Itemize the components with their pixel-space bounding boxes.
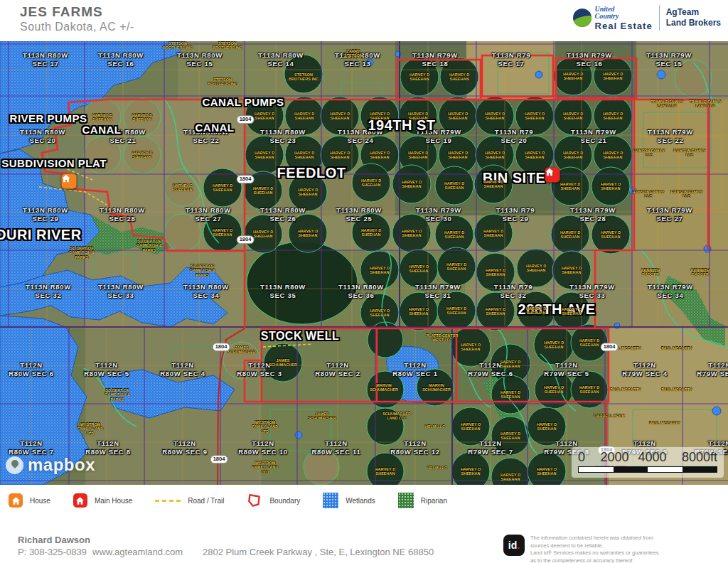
township-label: T112N <box>392 361 438 370</box>
mapbox-logo[interactable]: mapbox <box>6 455 95 475</box>
section-label: T112NR80W SEC 1 <box>392 361 438 379</box>
section-label: T113N R80WSEC 23 <box>260 128 306 146</box>
main-house-marker <box>545 168 560 183</box>
township-label: T113N R79 <box>494 283 532 291</box>
owner-label: HELM LLC <box>419 424 451 429</box>
poi-label: CANAL PUMPS <box>202 96 284 108</box>
uc-word-country: Country <box>595 13 653 20</box>
section-number: SEC 23 <box>260 136 306 145</box>
mapbox-wordmark: mapbox <box>28 455 95 475</box>
section-label: T112NR80W SEC 5 <box>84 361 129 379</box>
owner-label: HANSON FAMILY LLC <box>632 190 665 199</box>
owner-label: HARVEY D SHEEHAN <box>363 151 396 160</box>
township-label: T113N R80W <box>23 51 68 60</box>
township-label: T113N R80W <box>186 206 231 215</box>
poi-label: FEEDLOT <box>277 165 346 181</box>
scale-number-8000: 8000ft <box>682 450 717 465</box>
owner-label: HARVEY D SHEEHAN <box>395 180 428 189</box>
section-number: SEC 25 <box>336 215 382 223</box>
section-number: SEC 29 <box>496 215 535 223</box>
house-icon <box>75 496 85 505</box>
owner-label: MARVIN SCHUMACHER <box>420 383 453 392</box>
legend-icon-main-house <box>73 493 87 508</box>
section-number: SEC 27 <box>186 215 231 223</box>
section-label: T113N R80WSEC 36 <box>338 283 384 301</box>
section-label: T113N R80WSEC 32 <box>26 283 71 301</box>
owner-label: HARVEY D SHEEHAN <box>323 151 356 160</box>
section-label: T113N R80WSEC 34 <box>183 283 229 301</box>
poi-label: MISSOURI RIVER <box>0 227 82 243</box>
owner-label: HARVEY D SHEEHAN <box>530 422 563 431</box>
footer: Richard Dawson P: 308-325-0839 www.agtea… <box>0 513 728 563</box>
uc-word-united: United <box>595 6 653 13</box>
township-label: T113N R80W <box>183 283 229 291</box>
owner-label: MARVIN SCHUMACHER <box>368 383 400 392</box>
section-label: T113N R80WSEC 17 <box>23 51 68 69</box>
owner-label: HARVEY D SHEEHAN <box>596 72 629 81</box>
website-link[interactable]: www.agteamland.com <box>92 547 203 557</box>
township-label: T113N R79 <box>495 128 533 136</box>
section-number: SEC 30 <box>416 215 461 223</box>
owner-label: HARVEY D SHEEHAN <box>440 262 473 272</box>
section-label: T113N R79WSEC 22 <box>648 128 693 146</box>
township-label: T113N R79W <box>569 283 615 291</box>
section-label: T113N R79WSEC 34 <box>648 283 693 301</box>
owner-label: HARVEY D SHEEHAN <box>363 112 396 121</box>
section-label: T113N R79WSEC 21 <box>571 128 616 146</box>
page-title: JES FARMS <box>20 4 103 20</box>
owner-label: HARVEY D SHEEHAN <box>537 341 570 350</box>
map[interactable]: T113N R80WSEC 17T113N R80WSEC 16T113N R8… <box>0 41 728 485</box>
section-number: SEC 24 <box>338 136 383 145</box>
section-number: R79W SEC 5 <box>544 370 589 378</box>
owner-label: HARVEY D SHEEHAN <box>554 230 587 240</box>
legend-icon-house <box>9 493 23 508</box>
section-number: SEC 20 <box>20 136 65 145</box>
township-label: T112N <box>9 361 54 370</box>
poi-label: RIVER PUMPS <box>10 112 87 124</box>
section-number: SEC 19 <box>416 136 461 145</box>
owner-label: HARVEY D SHEEHAN <box>596 151 629 160</box>
township-label: T113N R80W <box>260 206 306 215</box>
section-number: R80W SEC 4 <box>160 370 205 378</box>
house-marker <box>62 174 77 189</box>
owner-label: HARVEY D SHEEHAN <box>363 266 396 275</box>
section-label: T113N R80WSEC 26 <box>260 206 306 224</box>
owner-label: HARVEY D SHEEHAN <box>402 151 434 160</box>
township-label: T112N <box>84 361 129 370</box>
township-label: T113N R80W <box>100 206 145 215</box>
township-label: T113N R80W <box>336 206 382 215</box>
owner-label: HARVEY D SHEEHAN <box>441 151 474 160</box>
highway-shield: 1804 <box>237 175 255 183</box>
legend-label: Riparian <box>421 497 447 505</box>
owner-label: HARVEY D SHEEHAN <box>86 113 119 122</box>
owner-label: HARVEY D SHEEHAN <box>518 151 551 160</box>
owner-label: STETSON BROTHERS INC <box>211 41 244 50</box>
section-number: SEC 18 <box>412 60 458 68</box>
section-label: T112NR80W SEC 10 <box>238 439 287 457</box>
owner-label: HARVEY D SHEEHAN <box>403 73 436 82</box>
owner-label: HARVEY D SHEEHAN <box>537 385 570 395</box>
township-label: T113N R79W <box>648 128 693 136</box>
legend-item: House <box>9 493 50 508</box>
section-number: SEC 17 <box>492 60 530 68</box>
section-label: T113N R79WSEC 18 <box>412 51 458 69</box>
owner-label: HARVEY D SHEEHAN <box>402 307 435 316</box>
section-label: T113N R79WSEC 30 <box>416 206 461 224</box>
owner-label: HARVEY D SHEEHAN <box>520 264 552 273</box>
section-number: SEC 20 <box>495 136 533 145</box>
mapbox-icon <box>6 456 23 474</box>
owner-label: HARVEY D SHEEHAN <box>166 183 199 193</box>
section-number: SEC 27 <box>647 215 692 223</box>
section-label: T113N R79WSEC 27 <box>647 206 692 224</box>
owner-label: PLATTE CENTER WEST LLC <box>426 333 459 343</box>
owner-label: PAUL MCCARTY <box>660 387 693 392</box>
owner-label: HARVEY D SHEEHAN <box>594 182 627 191</box>
owner-label: HARVEY D SHEEHAN <box>438 181 471 191</box>
township-label: T113N R79W <box>571 128 616 136</box>
legend-item: Main House <box>73 493 132 508</box>
township-label: T113N R80W <box>177 51 223 60</box>
legend-icon-boundary <box>247 493 262 508</box>
section-label: T112NR79W SEC 7 <box>468 439 513 457</box>
township-label: T112N <box>544 361 589 370</box>
section-label: T113N R79SEC 29 <box>496 206 535 224</box>
